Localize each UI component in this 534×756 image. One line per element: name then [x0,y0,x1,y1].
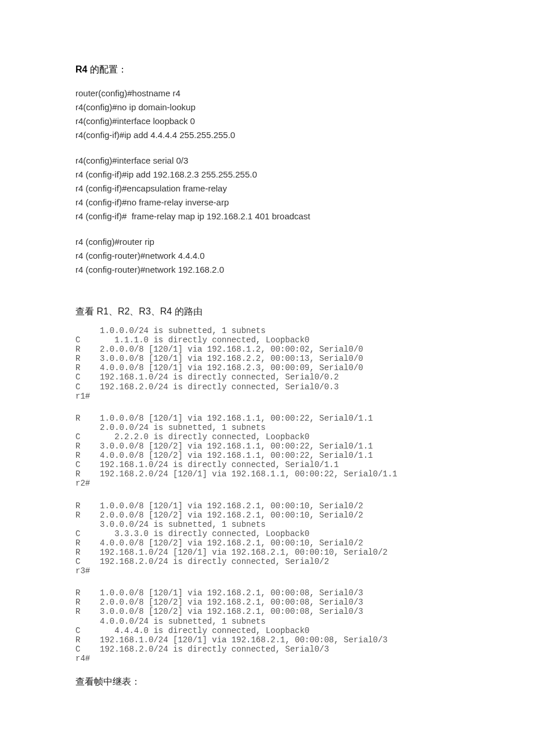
cmd-line: r4(config)#interface serial 0/3 [75,154,464,168]
heading-rest: 的配置： [87,64,127,74]
spacer [75,142,464,154]
config-block-3: r4 (config)#router rip r4 (config-router… [75,235,464,277]
cmd-line: r4 (config-router)#network 4.4.4.0 [75,249,464,263]
document-page: R4 的配置： router(config)#hostname r4 r4(co… [0,0,534,731]
cmd-line: router(config)#hostname r4 [75,86,464,100]
terminal-output-r3: R 1.0.0.0/8 [120/1] via 192.168.2.1, 00:… [75,501,464,576]
terminal-output-r2: R 1.0.0.0/8 [120/1] via 192.168.1.1, 00:… [75,414,464,489]
cmd-line: r4 (config)#router rip [75,235,464,249]
config-block-2: r4(config)#interface serial 0/3 r4 (conf… [75,154,464,223]
cmd-line: r4 (config-if)#ip add 192.168.2.3 255.25… [75,168,464,182]
heading-bold: R4 [75,64,87,74]
cmd-line: r4 (config-if)# frame-relay map ip 192.1… [75,209,464,223]
cmd-line: r4 (config-if)#encapsulation frame-relay [75,182,464,196]
section-heading: R4 的配置： [75,64,464,76]
routes-section-title: 查看 R1、R2、R3、R4 的路由 [75,306,464,318]
cmd-line: r4(config)#no ip domain-lookup [75,100,464,114]
terminal-output-r4: R 1.0.0.0/8 [120/1] via 192.168.2.1, 00:… [75,588,464,663]
cmd-line: r4(config-if)#ip add 4.4.4.4 255.255.255… [75,128,464,142]
cmd-line: r4(config)#interface loopback 0 [75,114,464,128]
config-block-1: router(config)#hostname r4 r4(config)#no… [75,86,464,142]
spacer [75,223,464,235]
cmd-line: r4 (config-router)#network 192.168.2.0 [75,263,464,277]
cmd-line: r4 (config-if)#no frame-relay inverse-ar… [75,196,464,209]
frame-relay-section-title: 查看帧中继表： [75,676,464,688]
terminal-output-r1: 1.0.0.0/24 is subnetted, 1 subnets C 1.1… [75,326,464,401]
